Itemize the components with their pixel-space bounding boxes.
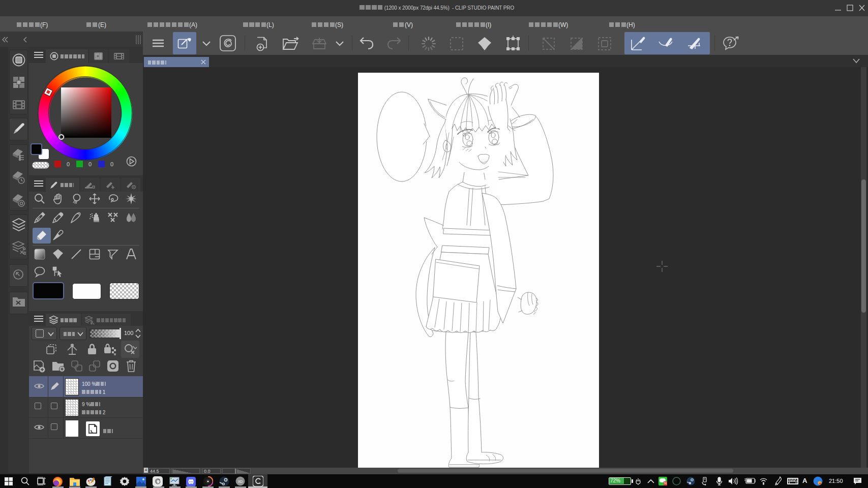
svg-text:XD: XD [238,480,243,483]
